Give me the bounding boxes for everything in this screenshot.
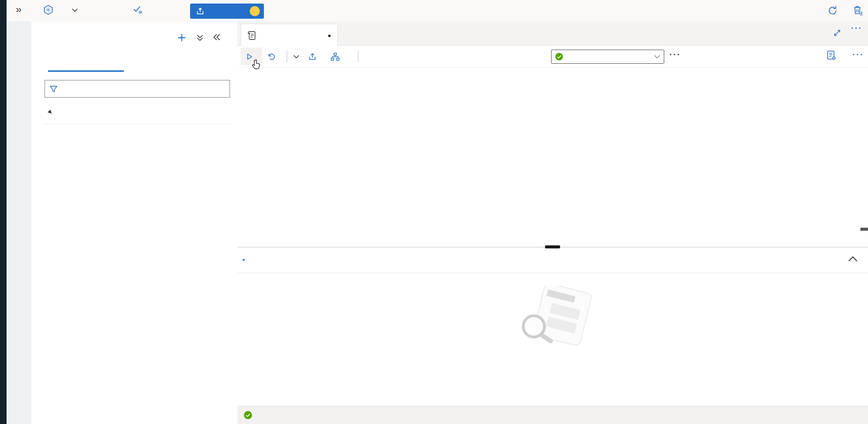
code-area[interactable] bbox=[238, 68, 868, 247]
expand-editor-icon[interactable] bbox=[833, 29, 841, 37]
editor-more-icon[interactable] bbox=[851, 23, 862, 33]
query-plan-icon bbox=[331, 53, 340, 61]
left-edge-strip bbox=[0, 0, 7, 424]
editor-scrollbar-marker[interactable] bbox=[860, 228, 868, 231]
run-button[interactable] bbox=[241, 48, 262, 66]
editor-region bbox=[238, 21, 868, 424]
play-icon bbox=[246, 53, 253, 61]
collapse-all-icon[interactable] bbox=[196, 34, 204, 41]
collapse-panel-icon[interactable] bbox=[213, 34, 220, 40]
undo-icon bbox=[267, 53, 276, 61]
publish-count-badge bbox=[250, 6, 260, 16]
pool-select-dropdown[interactable] bbox=[551, 50, 664, 64]
unsaved-indicator-icon bbox=[328, 32, 331, 38]
collapse-results-icon[interactable] bbox=[848, 256, 858, 262]
query-plan-button[interactable] bbox=[326, 48, 349, 66]
success-check-icon bbox=[244, 411, 252, 419]
document-tabstrip bbox=[238, 21, 868, 46]
discard-all-icon[interactable] bbox=[852, 5, 863, 16]
toolbar-divider bbox=[287, 51, 287, 62]
publish-upload-icon bbox=[196, 7, 204, 15]
mode-chevron-down-icon[interactable] bbox=[72, 8, 78, 12]
tab-messages[interactable] bbox=[262, 256, 264, 261]
filter-funnel-icon bbox=[50, 85, 58, 93]
synapse-studio-app: ▶ bbox=[0, 0, 868, 424]
tree-separator bbox=[43, 124, 232, 124]
properties-icon[interactable] bbox=[826, 50, 837, 61]
synapse-logo-icon bbox=[43, 5, 54, 15]
add-resource-icon[interactable] bbox=[177, 33, 186, 42]
tab-sql-script-1[interactable] bbox=[241, 24, 338, 46]
expand-arrow-icon[interactable]: ▶ bbox=[48, 109, 57, 118]
editor-toolbar bbox=[238, 46, 868, 68]
results-resize-handle[interactable] bbox=[545, 245, 560, 248]
undo-redo-chevron-icon[interactable] bbox=[289, 48, 303, 66]
data-panel: ▶ bbox=[31, 21, 238, 424]
mode-selector[interactable] bbox=[43, 5, 78, 15]
query-status-bar bbox=[238, 406, 868, 424]
publish-icon bbox=[308, 53, 316, 61]
validate-all-button[interactable] bbox=[133, 5, 148, 14]
tree-root-sql-database[interactable]: ▶ bbox=[31, 102, 238, 124]
validate-icon bbox=[133, 5, 143, 14]
nav-rail bbox=[7, 21, 32, 424]
toolbar-overflow-icon[interactable] bbox=[852, 50, 864, 60]
publish-button[interactable] bbox=[303, 48, 326, 66]
results-panel bbox=[238, 247, 868, 406]
tab-workspace[interactable] bbox=[48, 53, 124, 72]
toolbar-divider bbox=[358, 51, 358, 62]
filter-resources-box bbox=[44, 80, 230, 98]
expand-toolbar-icon[interactable] bbox=[16, 3, 22, 15]
sql-script-icon bbox=[247, 30, 256, 40]
no-results-empty-state bbox=[238, 286, 868, 359]
results-tabstrip bbox=[238, 247, 868, 273]
no-results-illustration-icon bbox=[509, 286, 597, 351]
undo-button[interactable] bbox=[262, 48, 285, 66]
pool-status-check-icon bbox=[555, 53, 563, 61]
filter-resources-input[interactable] bbox=[61, 80, 227, 98]
pool-chevron-down-icon bbox=[654, 55, 660, 59]
publish-all-button[interactable] bbox=[190, 4, 264, 19]
toolbar-more-icon[interactable] bbox=[669, 50, 681, 60]
tab-results[interactable] bbox=[243, 254, 245, 261]
top-command-bar bbox=[7, 0, 868, 22]
tab-linked[interactable] bbox=[137, 53, 213, 72]
refresh-icon[interactable] bbox=[828, 6, 838, 16]
